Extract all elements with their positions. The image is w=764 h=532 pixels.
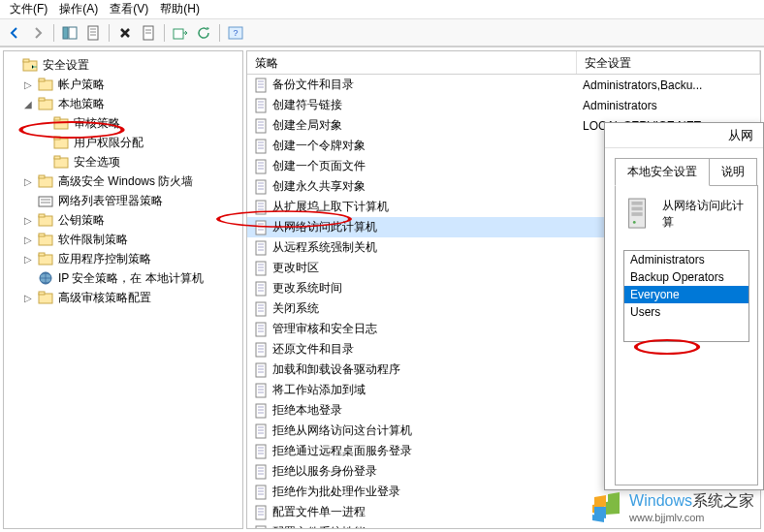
policy-row[interactable]: 创建符号链接 Administrators — [247, 95, 760, 115]
user-list-item[interactable]: Users — [624, 303, 748, 321]
tree-software-restrict[interactable]: ▷ 软件限制策略 — [6, 230, 240, 249]
help-button[interactable]: ? — [225, 22, 246, 44]
properties-button[interactable] — [82, 22, 104, 44]
policy-doc-icon — [253, 403, 269, 419]
tree-root-security-settings[interactable]: 安全设置 — [6, 55, 240, 75]
tree-user-rights[interactable]: 用户权限分配 — [6, 133, 240, 152]
svg-rect-78 — [256, 282, 266, 296]
tree-security-options[interactable]: 安全选项 — [6, 152, 240, 172]
policy-setting: Administrators — [577, 99, 760, 112]
svg-rect-66 — [256, 221, 266, 235]
svg-rect-132 — [631, 207, 642, 211]
list-properties-button[interactable] — [138, 22, 159, 44]
server-icon — [623, 196, 653, 233]
tree-network-list[interactable]: 网络列表管理器策略 — [6, 191, 240, 210]
menu-help[interactable]: 帮助(H) — [154, 1, 206, 17]
svg-rect-90 — [256, 343, 266, 357]
svg-rect-9 — [174, 29, 183, 39]
policy-doc-icon — [253, 505, 269, 520]
user-list-item[interactable]: Everyone — [624, 286, 748, 303]
policy-name: 还原文件和目录 — [272, 341, 354, 358]
policy-name: 配置文件单一进程 — [272, 504, 366, 520]
svg-rect-21 — [54, 137, 60, 140]
svg-point-134 — [633, 221, 636, 224]
globe-icon — [38, 270, 53, 286]
policy-doc-icon — [253, 423, 269, 439]
dialog-tabs: 本地安全设置 说明 — [615, 158, 763, 186]
user-list-item[interactable]: Backup Operators — [624, 268, 748, 286]
tree-label: 网络列表管理器策略 — [56, 193, 165, 209]
policy-row[interactable]: 配置文件系统性能 — [247, 522, 760, 528]
tree-label: 审核策略 — [72, 115, 122, 132]
export-button[interactable] — [170, 22, 191, 44]
policy-row[interactable]: 备份文件和目录 Administrators,Backu... — [247, 75, 760, 95]
folder-icon — [38, 193, 53, 208]
policy-name: 拒绝以服务身份登录 — [272, 463, 377, 480]
tree-advanced-audit[interactable]: ▷ 高级审核策略配置 — [6, 288, 240, 307]
toolbar-separator — [53, 24, 54, 42]
svg-rect-26 — [39, 197, 52, 206]
tree-panel[interactable]: 安全设置 ▷ 帐户策略 ◢ 本地策略 审核策略 用户权限分配 安全选项 — [3, 50, 243, 529]
forward-button[interactable] — [27, 22, 48, 44]
policy-row[interactable]: 配置文件单一进程 — [247, 502, 760, 522]
tree-app-control[interactable]: ▷ 应用程序控制策略 — [6, 249, 240, 268]
svg-rect-102 — [256, 404, 266, 418]
folder-icon — [53, 154, 69, 170]
menu-view[interactable]: 查看(V) — [104, 1, 154, 17]
tree-expand-icon[interactable]: ▷ — [21, 78, 35, 91]
svg-rect-74 — [256, 262, 266, 275]
tree-expand-icon[interactable]: ▷ — [21, 252, 35, 266]
tree-audit-policy[interactable]: 审核策略 — [6, 113, 240, 133]
svg-rect-30 — [39, 214, 45, 217]
properties-dialog: 从网 本地安全设置 说明 从网络访问此计算 AdministratorsBack… — [604, 122, 764, 490]
tree-expand-icon[interactable]: ▷ — [21, 233, 35, 246]
policy-setting: Administrators,Backu... — [577, 78, 760, 92]
security-root-icon — [22, 57, 38, 73]
svg-rect-38 — [256, 78, 266, 92]
tree-local-policy[interactable]: ◢ 本地策略 — [6, 94, 240, 113]
tree-account-policy[interactable]: ▷ 帐户策略 — [6, 75, 240, 94]
policy-doc-icon — [253, 342, 269, 358]
policy-doc-icon — [253, 464, 269, 480]
tree-expand-icon[interactable]: ▷ — [21, 213, 35, 227]
tree-collapse-icon[interactable]: ◢ — [21, 97, 35, 110]
tree-expand-icon[interactable]: ▷ — [21, 291, 35, 304]
svg-rect-50 — [256, 140, 266, 153]
svg-rect-126 — [256, 526, 266, 529]
tree-public-key[interactable]: ▷ 公钥策略 — [6, 210, 240, 230]
user-list[interactable]: AdministratorsBackup OperatorsEveryoneUs… — [623, 250, 749, 342]
svg-rect-54 — [256, 160, 266, 173]
folder-icon — [38, 251, 53, 266]
svg-rect-131 — [631, 202, 642, 205]
policy-doc-icon — [253, 281, 269, 297]
menu-action[interactable]: 操作(A) — [53, 1, 104, 17]
policy-doc-icon — [253, 301, 269, 317]
menu-file[interactable]: 文件(F) — [4, 1, 53, 17]
svg-rect-13 — [23, 59, 29, 62]
policy-name: 拒绝通过远程桌面服务登录 — [272, 443, 412, 459]
tree-label: 应用程序控制策略 — [56, 251, 153, 267]
tree-ip-security[interactable]: IP 安全策略，在 本地计算机 — [6, 268, 240, 288]
svg-rect-17 — [39, 98, 45, 101]
tree-expand-icon[interactable]: ▷ — [21, 174, 35, 188]
tree-label: IP 安全策略，在 本地计算机 — [56, 270, 206, 287]
show-hide-tree-button[interactable] — [59, 22, 80, 44]
tree-label: 安全选项 — [72, 154, 122, 171]
svg-rect-23 — [54, 156, 60, 159]
dialog-body: 从网络访问此计算 AdministratorsBackup OperatorsE… — [615, 185, 758, 485]
delete-button[interactable] — [114, 22, 136, 44]
tree-firewall[interactable]: ▷ 高级安全 Windows 防火墙 — [6, 172, 240, 191]
svg-rect-86 — [256, 323, 266, 336]
column-header-policy[interactable]: 策略 — [247, 51, 577, 74]
back-button[interactable] — [4, 22, 25, 44]
tree-label: 高级审核策略配置 — [56, 290, 153, 306]
tab-local-security[interactable]: 本地安全设置 — [615, 158, 710, 186]
policy-name: 创建符号链接 — [272, 97, 342, 113]
column-header-setting[interactable]: 安全设置 — [577, 51, 760, 74]
svg-rect-62 — [256, 201, 266, 214]
tab-explain[interactable]: 说明 — [709, 158, 757, 186]
policy-name: 更改系统时间 — [272, 280, 342, 297]
policy-name: 备份文件和目录 — [272, 77, 354, 93]
refresh-button[interactable] — [193, 22, 214, 44]
user-list-item[interactable]: Administrators — [624, 251, 748, 268]
